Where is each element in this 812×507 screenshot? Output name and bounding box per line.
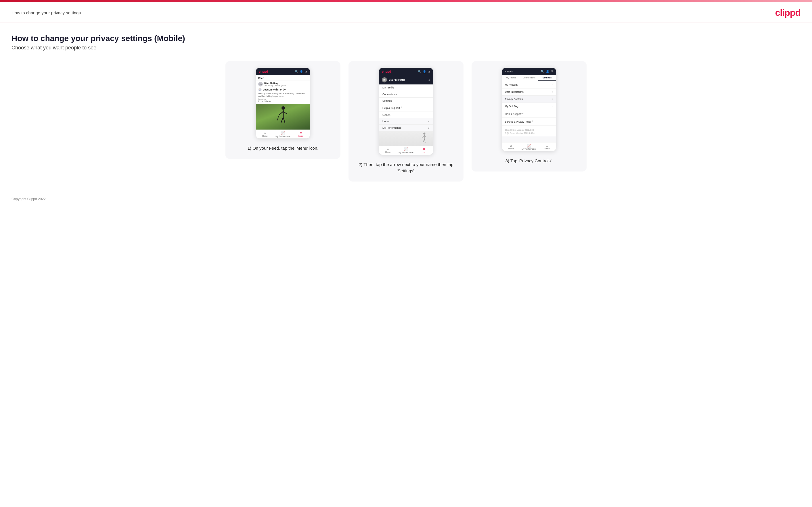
phone3-nav-performance[interactable]: 📈 My Performance <box>520 143 538 151</box>
cards-row: clippd 🔍 👤 ⚙ Feed BM Blair McHarg <box>11 61 801 181</box>
phone2-avatar: BM <box>382 77 387 82</box>
phone3-version-info: Clippd Client Version: 2022.8.3-3 GQL Se… <box>502 125 556 136</box>
chevron-right-icon-3: › <box>552 98 553 101</box>
home-icon: ⌂ <box>264 131 266 135</box>
phone1-lesson-title: Lesson with Fordy <box>263 88 286 91</box>
menu-item-performance-expand[interactable]: My Performance ∨ <box>379 125 433 131</box>
tab-connections[interactable]: Connections <box>520 75 538 81</box>
main-content: How to change your privacy settings (Mob… <box>0 22 812 190</box>
svg-point-0 <box>282 106 285 110</box>
settings-icon-3: ⚙ <box>551 70 553 73</box>
search-icon-3: 🔍 <box>541 70 544 73</box>
phone3-nav-menu[interactable]: ≡ Menu <box>538 143 556 151</box>
menu-item-home-expand[interactable]: Home ∨ <box>379 118 433 125</box>
phone2-bg-golfer <box>419 131 431 146</box>
menu-item-my-profile[interactable]: My Profile <box>379 84 433 91</box>
phone1-duration-label: Duration <box>258 98 308 100</box>
phone2-nav-home[interactable]: ⌂ Home <box>379 146 397 155</box>
phone2-nav-close[interactable]: ✕ ✕ <box>415 146 433 155</box>
phone1-feed-item: BM Blair McHarg Yesterday · Sunningdale … <box>256 80 310 104</box>
golfer-small-svg <box>419 132 429 146</box>
phone2-bg-fade <box>379 131 433 146</box>
settings-item-data-integrations[interactable]: Data Integrations › <box>502 89 556 96</box>
phone1-user-sub: Yesterday · Sunningdale <box>264 84 286 87</box>
phone1-nav-home[interactable]: ⌂ Home <box>256 130 274 138</box>
page-heading: How to change your privacy settings (Mob… <box>11 34 801 43</box>
phone3-nav-home[interactable]: ⌂ Home <box>502 143 520 151</box>
card-1-caption: 1) On your Feed, tap the 'Menu' icon. <box>248 145 318 151</box>
chevron-down-icon-2: ∨ <box>428 127 429 129</box>
phone1-username: Blair McHarg <box>264 82 286 84</box>
card-2-caption: 2) Then, tap the arrow next to your name… <box>355 161 457 174</box>
user-icon-2: 👤 <box>423 70 426 73</box>
svg-line-6 <box>277 115 279 121</box>
menu-icon-3: ≡ <box>546 144 548 147</box>
svg-line-2 <box>279 111 283 115</box>
chevron-right-icon-4: › <box>552 105 553 108</box>
menu-item-help-support[interactable]: Help & Support ↗ <box>379 104 433 111</box>
back-button[interactable]: < Back <box>505 70 513 73</box>
phone1-avatar: BM <box>258 82 263 87</box>
performance-icon-3: 📈 <box>527 144 531 148</box>
phone1-nav-performance[interactable]: 📈 My Performance <box>274 130 292 138</box>
svg-line-4 <box>281 117 283 123</box>
menu-icon: ≡ <box>300 131 302 135</box>
menu-item-logout[interactable]: Logout <box>379 111 433 118</box>
phone2-bottom-nav: ⌂ Home 📈 My Performance ✕ ✕ <box>379 146 433 155</box>
phone1-lesson-desc: Looking to feel like my hands are exitin… <box>258 92 308 97</box>
phone-mockup-1: clippd 🔍 👤 ⚙ Feed BM Blair McHarg <box>256 67 310 139</box>
phone1-golf-image <box>256 104 310 129</box>
svg-line-9 <box>422 135 424 137</box>
phone2-nav-performance[interactable]: 📈 My Performance <box>397 146 415 155</box>
phone3-topbar: < Back 🔍 👤 ⚙ <box>502 68 556 75</box>
user-icon: 👤 <box>300 70 303 73</box>
top-accent-bar <box>0 0 812 2</box>
menu-item-settings[interactable]: Settings <box>379 98 433 104</box>
clippd-logo: clippd <box>775 7 801 18</box>
copyright-text: Copyright Clippd 2022 <box>11 197 46 201</box>
phone1-user-row: BM Blair McHarg Yesterday · Sunningdale <box>258 82 308 87</box>
chevron-right-icon-2: › <box>552 91 553 93</box>
phone2-menu-items: My Profile Connections Settings Help & S… <box>379 84 433 118</box>
phone2-logo: clippd <box>382 70 391 73</box>
phone2-icons: 🔍 👤 ⚙ <box>418 70 430 73</box>
phone3-settings-list: My Account › Data Integrations › Privacy… <box>502 81 556 125</box>
page-subheading: Choose what you want people to see <box>11 45 801 51</box>
footer: Copyright Clippd 2022 <box>0 190 812 208</box>
performance-icon: 📈 <box>281 131 285 135</box>
menu-item-connections[interactable]: Connections <box>379 91 433 98</box>
settings-icon-2: ⚙ <box>427 70 430 73</box>
phone3-tabs: My Profile Connections Settings <box>502 75 556 81</box>
settings-item-service-privacy[interactable]: Service & Privacy Policy ↗ <box>502 118 556 125</box>
settings-item-privacy-controls[interactable]: Privacy Controls › <box>502 96 556 103</box>
client-version: Clippd Client Version: 2022.8.3-3 <box>505 128 553 131</box>
tab-my-profile[interactable]: My Profile <box>502 75 520 81</box>
settings-item-my-golf-bag[interactable]: My Golf Bag › <box>502 103 556 110</box>
phone2-user-left: BM Blair McHarg <box>382 77 405 82</box>
close-icon: ✕ <box>423 147 425 151</box>
phone1-topbar: clippd 🔍 👤 ⚙ <box>256 68 310 75</box>
settings-item-help-support[interactable]: Help & Support ↗ <box>502 110 556 118</box>
phone1-feed-label: Feed <box>256 75 310 80</box>
settings-icon: ⚙ <box>305 70 307 73</box>
search-icon: 🔍 <box>295 70 298 73</box>
performance-icon-2: 📈 <box>404 147 408 151</box>
step-1-card: clippd 🔍 👤 ⚙ Feed BM Blair McHarg <box>225 61 341 159</box>
chevron-right-icon: › <box>552 83 553 86</box>
svg-line-5 <box>283 117 285 123</box>
phone2-username: Blair McHarg <box>389 78 405 81</box>
phone1-duration-val: 01 hr : 30 min <box>258 100 308 102</box>
phone-mockup-2: clippd 🔍 👤 ⚙ BM Blair McHarg ∧ <box>379 67 433 155</box>
phone2-topbar: clippd 🔍 👤 ⚙ <box>379 68 433 75</box>
svg-line-12 <box>424 139 425 143</box>
tab-settings[interactable]: Settings <box>538 75 556 81</box>
phone3-bottom-nav: ⌂ Home 📈 My Performance ≡ Menu <box>502 142 556 151</box>
settings-item-my-account[interactable]: My Account › <box>502 81 556 89</box>
chevron-up-icon: ∧ <box>428 78 430 81</box>
svg-point-7 <box>423 132 425 134</box>
phone1-bottom-nav: ⌂ Home 📈 My Performance ≡ Menu <box>256 129 310 138</box>
server-version: GQL Server Version: 2022.7.30-1 <box>505 131 553 135</box>
phone1-nav-menu[interactable]: ≡ Menu <box>292 130 310 138</box>
header: How to change your privacy settings clip… <box>0 2 812 22</box>
header-title: How to change your privacy settings <box>11 10 81 15</box>
